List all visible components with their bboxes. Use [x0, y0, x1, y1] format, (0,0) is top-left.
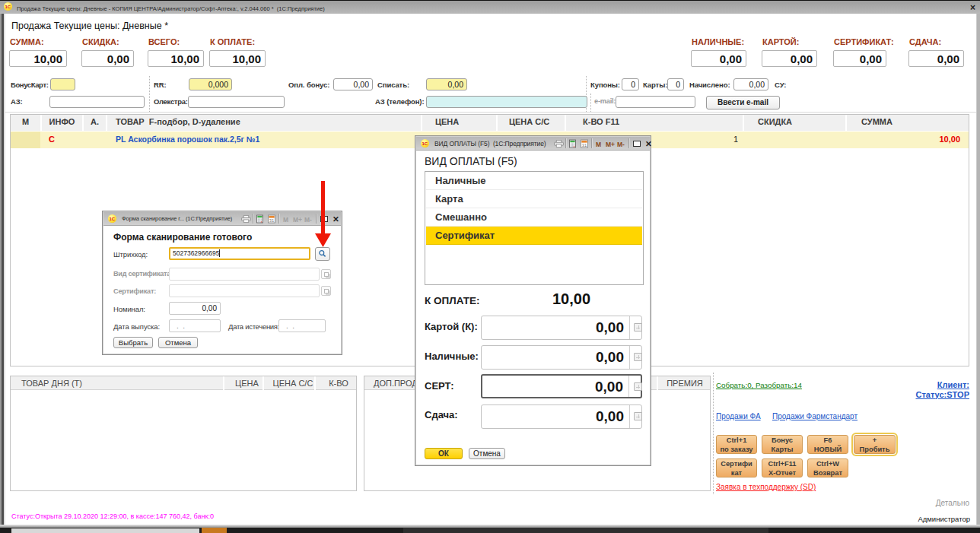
svg-text:31: 31 [582, 143, 587, 148]
svg-text:31: 31 [269, 218, 275, 223]
